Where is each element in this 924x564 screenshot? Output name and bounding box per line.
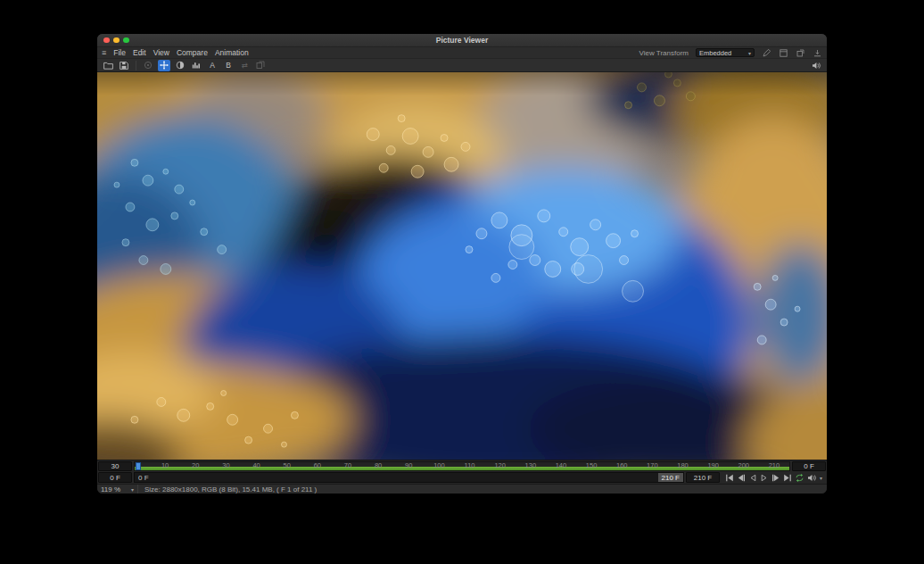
menu-compare[interactable]: Compare — [177, 48, 208, 57]
timeline-ruler[interactable]: 1020304050607080901001101201301401501601… — [134, 461, 790, 471]
end-frame-value: 210 F — [694, 474, 712, 482]
titlebar[interactable]: Picture Viewer — [97, 34, 827, 46]
histogram-button[interactable] — [190, 60, 202, 71]
step-back-button[interactable] — [737, 473, 746, 483]
chevron-down-icon: ▾ — [748, 50, 751, 56]
histogram-icon — [192, 61, 201, 70]
floppy-icon — [120, 62, 128, 70]
ruler-tick: 80 — [375, 462, 382, 469]
ruler-tick: 90 — [405, 462, 412, 469]
ruler-tick: 170 — [647, 462, 658, 469]
undock-icon[interactable] — [796, 48, 805, 57]
target-icon — [144, 61, 153, 70]
range-end-label[interactable]: 210 F — [658, 473, 683, 482]
save-image-icon[interactable] — [813, 48, 822, 57]
ruler-tick: 50 — [284, 462, 291, 469]
step-back-icon — [737, 474, 746, 482]
view-transform-label: View Transform — [639, 49, 689, 57]
image-canvas[interactable] — [97, 72, 827, 460]
timeline-right-field[interactable]: 0 F — [792, 461, 826, 471]
contrast-button[interactable] — [174, 60, 186, 71]
folder-icon — [103, 62, 113, 70]
audio-options-chevron[interactable]: ▾ — [820, 475, 822, 481]
fullscreen-button[interactable] — [123, 37, 129, 44]
link-view-button[interactable] — [142, 60, 154, 71]
copy-button[interactable] — [254, 60, 267, 71]
current-frame-field[interactable]: 0 F — [98, 472, 132, 483]
minimize-button[interactable] — [113, 37, 120, 44]
timeline-scrubber[interactable] — [136, 462, 141, 470]
goto-end-button[interactable] — [783, 473, 792, 483]
play-reverse-button[interactable] — [748, 473, 757, 483]
edit-pencil-icon[interactable] — [762, 48, 771, 57]
goto-end-icon — [783, 474, 792, 482]
version-b-button[interactable]: B — [222, 60, 235, 71]
ruler-tick: 70 — [344, 462, 351, 469]
pan-icon — [160, 61, 169, 70]
contrast-icon — [176, 61, 185, 70]
current-frame-value: 0 F — [110, 474, 120, 482]
ruler-tick: 160 — [616, 462, 628, 469]
ruler-tick: 200 — [738, 462, 750, 469]
view-transform-value: Embedded — [699, 49, 731, 57]
ruler-tick: 40 — [252, 462, 260, 469]
pan-tool-button[interactable] — [158, 60, 170, 71]
end-frame-field[interactable]: 210 F — [686, 472, 720, 483]
goto-start-button[interactable] — [725, 473, 734, 483]
play-button[interactable] — [760, 473, 769, 483]
chevron-down-icon: ▾ — [131, 486, 134, 493]
hamburger-icon[interactable]: ≡ — [102, 48, 106, 57]
traffic-lights — [103, 37, 129, 44]
audio-button[interactable] — [807, 473, 817, 483]
preview-range-strip[interactable]: 0 F 210 F — [134, 472, 684, 483]
step-forward-icon — [771, 474, 780, 482]
menu-view[interactable]: View — [153, 48, 169, 57]
range-start-label: 0 F — [138, 474, 149, 482]
step-forward-button[interactable] — [771, 473, 780, 483]
new-window-icon[interactable] — [779, 48, 788, 57]
playback-controls: ▾ — [722, 472, 826, 483]
ruler-tick: 30 — [222, 462, 229, 469]
zoom-level-dropdown[interactable]: 119 % ▾ — [97, 485, 138, 494]
picture-viewer-window: Picture Viewer ≡ File Edit View Compare … — [96, 33, 828, 494]
timeline-range-bar — [135, 467, 789, 470]
ruler-tick: 100 — [433, 462, 445, 469]
loop-mode-button[interactable] — [795, 473, 804, 483]
transport-row: 0 F 0 F 210 F 210 F — [97, 472, 827, 484]
toolbar: A B ⇄ — [97, 58, 827, 72]
ruler-tick: 130 — [525, 462, 537, 469]
loop-icon — [795, 474, 804, 482]
image-info: Size: 2880x1800, RGB (8 Bit), 15.41 MB, … — [138, 485, 317, 494]
window-title: Picture Viewer — [97, 36, 827, 45]
menu-edit[interactable]: Edit — [133, 48, 146, 57]
fps-field[interactable]: 30 — [98, 461, 132, 471]
sound-button[interactable] — [810, 60, 822, 71]
view-transform-dropdown[interactable]: Embedded ▾ — [696, 48, 755, 57]
open-file-button[interactable] — [102, 60, 114, 71]
timeline-right-value: 0 F — [804, 462, 814, 470]
play-icon — [760, 474, 769, 482]
ruler-tick: 180 — [677, 462, 689, 469]
close-button[interactable] — [103, 37, 110, 44]
zoom-level: 119 % — [101, 485, 120, 494]
speaker-icon — [807, 474, 817, 482]
ruler-tick: 10 — [161, 462, 169, 469]
ruler-tick: 210 — [769, 462, 780, 469]
goto-start-icon — [725, 474, 734, 482]
menu-animation[interactable]: Animation — [215, 48, 249, 57]
ruler-tick: 190 — [707, 462, 719, 469]
menu-file[interactable]: File — [113, 48, 126, 57]
copy-icon — [256, 61, 265, 70]
version-a-button[interactable]: A — [206, 60, 219, 71]
ruler-tick: 110 — [465, 462, 475, 469]
fps-value: 30 — [111, 462, 120, 470]
swap-ab-button[interactable]: ⇄ — [238, 60, 251, 71]
menubar: ≡ File Edit View Compare Animation View … — [97, 46, 827, 58]
play-reverse-icon — [748, 474, 757, 482]
ruler-tick: 20 — [192, 462, 199, 469]
save-button[interactable] — [118, 60, 130, 71]
ruler-tick: 60 — [314, 462, 321, 469]
statusbar: 119 % ▾ Size: 2880x1800, RGB (8 Bit), 15… — [97, 484, 827, 494]
speaker-icon — [812, 62, 821, 70]
rendered-image — [97, 72, 827, 460]
